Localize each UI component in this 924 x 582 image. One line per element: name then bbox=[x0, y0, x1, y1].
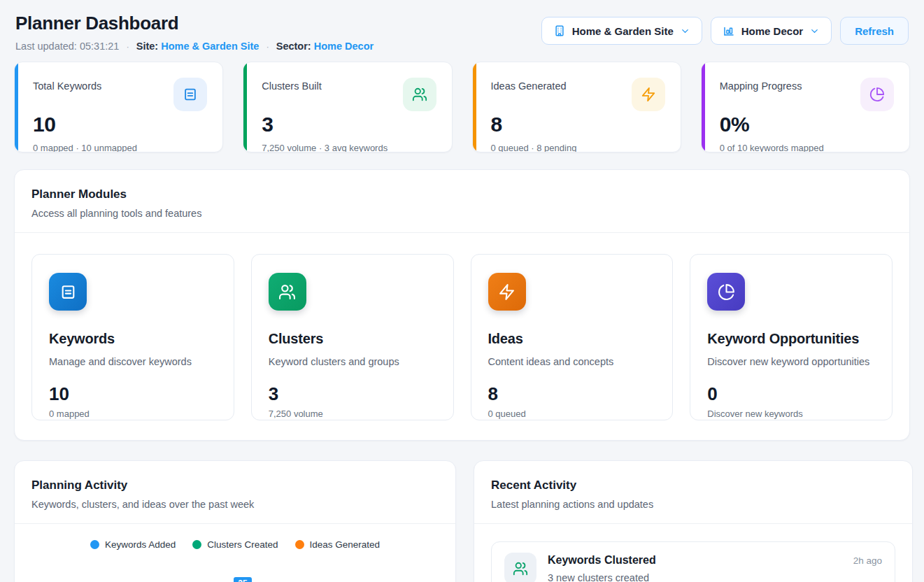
legend-label: Ideas Generated bbox=[310, 539, 381, 550]
separator-dot: · bbox=[266, 41, 269, 52]
meta-line: Last updated: 05:31:21 · Site: Home & Ga… bbox=[15, 41, 374, 52]
chart-legend: Keywords Added Clusters Created Ideas Ge… bbox=[15, 524, 455, 550]
module-icon-box bbox=[488, 273, 526, 311]
module-value: 0 bbox=[707, 383, 875, 405]
stat-card-clusters-built: Clusters Built 3 7,250 volume · 3 avg ke… bbox=[243, 62, 452, 152]
data-label-25: 25 bbox=[234, 577, 252, 582]
users-icon bbox=[513, 561, 528, 576]
building-icon bbox=[553, 24, 566, 37]
planning-activity-subtitle: Keywords, clusters, and ideas over the p… bbox=[31, 499, 439, 510]
legend-item-keywords-added[interactable]: Keywords Added bbox=[90, 539, 176, 550]
stat-value: 10 bbox=[33, 113, 207, 136]
recent-activity-panel: Recent Activity Latest planning actions … bbox=[474, 460, 913, 582]
stat-icon-box bbox=[632, 78, 665, 111]
module-value: 3 bbox=[269, 383, 436, 405]
legend-label: Clusters Created bbox=[207, 539, 278, 550]
stat-icon-box bbox=[860, 78, 894, 111]
zap-icon bbox=[641, 87, 656, 102]
topbar: Planner Dashboard Last updated: 05:31:21… bbox=[14, 13, 910, 52]
modules-title: Planner Modules bbox=[31, 187, 893, 201]
chevron-down-icon bbox=[809, 26, 820, 36]
pie-chart-icon bbox=[869, 87, 885, 102]
stat-card-mapping-progress: Mapping Progress 0% 0 of 10 keywords map… bbox=[701, 62, 910, 152]
chevron-down-icon bbox=[680, 26, 690, 36]
document-icon bbox=[183, 87, 198, 102]
module-value: 8 bbox=[488, 383, 656, 405]
topbar-actions: Home & Garden Site Home Decor Refresh bbox=[541, 17, 909, 45]
stat-icon-box bbox=[403, 78, 436, 111]
site-selector-dropdown[interactable]: Home & Garden Site bbox=[541, 17, 702, 45]
site-meta: Site: Home & Garden Site bbox=[136, 41, 260, 52]
stat-label: Mapping Progress bbox=[720, 78, 802, 92]
page-title: Planner Dashboard bbox=[15, 13, 374, 34]
users-icon bbox=[412, 87, 427, 102]
stats-row: Total Keywords 10 0 mapped · 10 unmapped… bbox=[14, 62, 910, 152]
planning-activity-chart: Keywords Added Clusters Created Ideas Ge… bbox=[15, 524, 455, 582]
planning-activity-title: Planning Activity bbox=[31, 478, 439, 492]
module-subtext: 7,250 volume bbox=[269, 409, 436, 419]
document-icon bbox=[59, 283, 77, 301]
refresh-button[interactable]: Refresh bbox=[840, 17, 909, 45]
topbar-left: Planner Dashboard Last updated: 05:31:21… bbox=[15, 13, 374, 52]
bottom-row: Planning Activity Keywords, clusters, an… bbox=[14, 460, 910, 582]
activity-timestamp: 2h ago bbox=[853, 555, 882, 566]
module-value: 10 bbox=[49, 383, 217, 405]
planning-activity-panel: Planning Activity Keywords, clusters, an… bbox=[14, 460, 456, 582]
module-subtext: Discover new keywords bbox=[707, 409, 875, 419]
module-subtext: 0 mapped bbox=[49, 409, 217, 419]
sector-selector-dropdown[interactable]: Home Decor bbox=[711, 17, 832, 45]
legend-dot-green bbox=[192, 540, 201, 549]
stat-card-total-keywords: Total Keywords 10 0 mapped · 10 unmapped bbox=[14, 62, 223, 152]
stat-value: 0% bbox=[720, 113, 894, 136]
site-link[interactable]: Home & Garden Site bbox=[161, 41, 259, 52]
area-chart-canvas: 25 25 24 bbox=[15, 565, 456, 582]
activity-item-keywords-clustered[interactable]: Keywords Clustered 2h ago 3 new clusters… bbox=[491, 541, 895, 582]
stat-subtext: 0 of 10 keywords mapped bbox=[720, 143, 894, 152]
activity-icon-box bbox=[504, 553, 536, 582]
sector-meta: Sector: Home Decor bbox=[276, 41, 374, 52]
stat-subtext: 7,250 volume · 3 avg keywords bbox=[262, 143, 436, 152]
stat-value: 8 bbox=[491, 113, 665, 136]
stat-subtext: 0 queued · 8 pending bbox=[491, 143, 665, 152]
module-description: Content ideas and concepts bbox=[488, 356, 656, 367]
divider bbox=[474, 523, 912, 524]
activity-body: Keywords Clustered 2h ago 3 new clusters… bbox=[548, 553, 882, 582]
activity-description: 3 new clusters created bbox=[548, 572, 882, 582]
module-card-keyword-opportunities[interactable]: Keyword Opportunities Discover new keywo… bbox=[690, 254, 893, 420]
module-title: Clusters bbox=[269, 331, 436, 347]
stat-label: Total Keywords bbox=[33, 78, 101, 92]
module-description: Discover new keyword opportunities bbox=[707, 356, 875, 367]
module-title: Ideas bbox=[488, 331, 656, 347]
legend-item-ideas-generated[interactable]: Ideas Generated bbox=[295, 539, 381, 550]
stat-icon-box bbox=[173, 78, 207, 111]
module-card-clusters[interactable]: Clusters Keyword clusters and groups 3 7… bbox=[251, 254, 454, 420]
site-selector-label: Home & Garden Site bbox=[572, 25, 674, 37]
legend-item-clusters-created[interactable]: Clusters Created bbox=[192, 539, 278, 550]
stat-label: Ideas Generated bbox=[491, 78, 567, 92]
users-icon bbox=[278, 283, 296, 301]
stat-label: Clusters Built bbox=[262, 78, 321, 92]
last-updated: Last updated: 05:31:21 bbox=[15, 41, 119, 52]
stat-value: 3 bbox=[262, 113, 436, 136]
pie-chart-icon bbox=[718, 283, 735, 301]
separator-dot: · bbox=[126, 41, 129, 52]
module-title: Keyword Opportunities bbox=[707, 331, 875, 347]
module-icon-box bbox=[49, 273, 87, 311]
sector-link[interactable]: Home Decor bbox=[314, 41, 374, 52]
stat-subtext: 0 mapped · 10 unmapped bbox=[33, 143, 207, 152]
module-card-keywords[interactable]: Keywords Manage and discover keywords 10… bbox=[31, 254, 234, 420]
bar-chart-icon bbox=[723, 24, 735, 37]
module-description: Keyword clusters and groups bbox=[269, 356, 436, 367]
sector-selector-label: Home Decor bbox=[741, 25, 803, 37]
legend-dot-blue bbox=[90, 540, 99, 549]
planner-dashboard-page: Planner Dashboard Last updated: 05:31:21… bbox=[0, 0, 924, 582]
recent-activity-subtitle: Latest planning actions and updates bbox=[491, 499, 895, 510]
refresh-label: Refresh bbox=[855, 25, 894, 37]
module-icon-box bbox=[269, 273, 306, 311]
legend-label: Keywords Added bbox=[105, 539, 176, 550]
stat-card-ideas-generated: Ideas Generated 8 0 queued · 8 pending bbox=[472, 62, 681, 152]
module-card-ideas[interactable]: Ideas Content ideas and concepts 8 0 que… bbox=[471, 254, 674, 420]
svg-text:25: 25 bbox=[238, 579, 248, 582]
zap-icon bbox=[498, 283, 516, 301]
module-description: Manage and discover keywords bbox=[49, 356, 217, 367]
